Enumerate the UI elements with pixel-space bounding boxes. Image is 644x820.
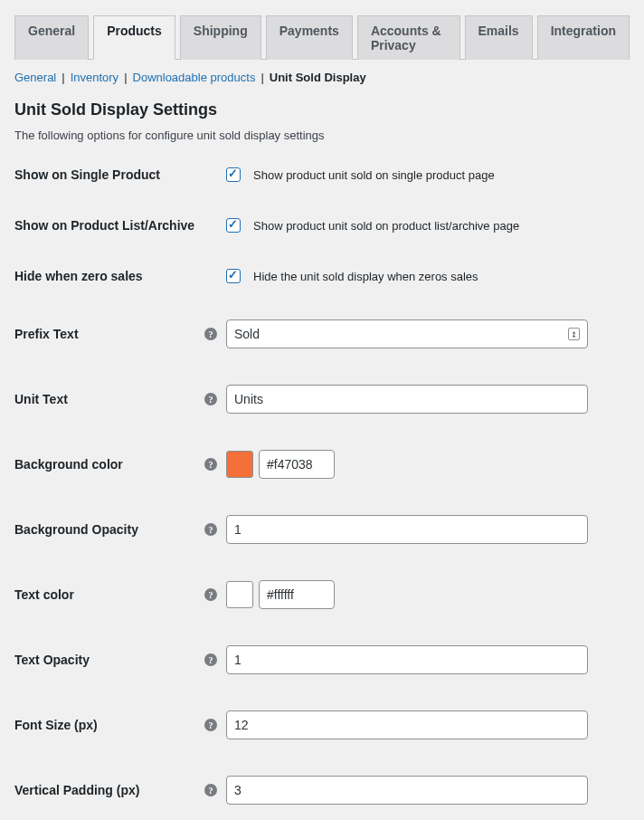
swatch-bgcolor[interactable] (226, 451, 253, 478)
help-icon[interactable]: ? (204, 458, 217, 471)
page-description: The following options for configure unit… (14, 129, 630, 142)
label-bgcolor: Background color (14, 457, 204, 472)
label-vpad: Vertical Padding (px) (14, 783, 204, 797)
tab-products[interactable]: Products (93, 15, 175, 60)
input-bgopacity[interactable] (226, 515, 588, 544)
subnav-general[interactable]: General (14, 71, 56, 84)
input-vpad[interactable] (226, 776, 588, 805)
label-show-single: Show on Single Product (14, 167, 204, 182)
subnav-downloadable[interactable]: Downloadable products (133, 71, 256, 84)
help-icon[interactable]: ? (204, 328, 217, 340)
checkbox-show-single[interactable] (226, 167, 241, 182)
tab-general[interactable]: General (14, 15, 89, 60)
tab-emails[interactable]: Emails (465, 15, 533, 60)
help-icon[interactable]: ? (204, 523, 217, 536)
help-icon[interactable]: ? (204, 653, 217, 666)
desc-show-single: Show product unit sold on single product… (253, 168, 495, 182)
tab-shipping[interactable]: Shipping (180, 15, 261, 60)
input-textcolor[interactable] (259, 580, 335, 609)
desc-show-archive: Show product unit sold on product list/a… (253, 219, 519, 233)
label-hide-zero: Hide when zero sales (14, 269, 204, 283)
input-prefix[interactable] (226, 319, 588, 348)
separator: | (124, 71, 127, 84)
checkbox-show-archive[interactable] (226, 218, 241, 233)
input-bgcolor[interactable] (259, 450, 335, 479)
help-icon[interactable]: ? (204, 719, 217, 731)
sub-navigation: General | Inventory | Downloadable produ… (14, 71, 630, 84)
label-textcolor: Text color (14, 587, 204, 602)
input-unit[interactable] (226, 385, 588, 414)
main-tabs: General Products Shipping Payments Accou… (14, 14, 630, 60)
label-unit: Unit Text (14, 392, 204, 406)
tab-integration[interactable]: Integration (537, 15, 630, 60)
label-textopacity: Text Opacity (14, 653, 204, 667)
subnav-inventory[interactable]: Inventory (71, 71, 118, 84)
label-fontsize: Font Size (px) (14, 718, 204, 732)
label-show-archive: Show on Product List/Archive (14, 218, 204, 233)
help-icon[interactable]: ? (204, 784, 217, 796)
separator: | (62, 71, 64, 84)
separator: | (260, 71, 263, 84)
checkbox-hide-zero[interactable] (226, 269, 241, 283)
tab-payments[interactable]: Payments (266, 15, 353, 60)
desc-hide-zero: Hide the unit sold display when zeros sa… (253, 270, 478, 283)
page-heading: Unit Sold Display Settings (14, 100, 630, 119)
swatch-textcolor[interactable] (226, 581, 253, 608)
label-prefix: Prefix Text (14, 327, 204, 341)
input-fontsize[interactable] (226, 710, 588, 739)
help-icon[interactable]: ? (204, 393, 217, 405)
tab-accounts[interactable]: Accounts & Privacy (357, 15, 460, 60)
label-bgopacity: Background Opacity (14, 522, 204, 537)
subnav-current: Unit Sold Display (270, 71, 366, 84)
help-icon[interactable]: ? (204, 588, 217, 601)
input-textopacity[interactable] (226, 645, 588, 674)
